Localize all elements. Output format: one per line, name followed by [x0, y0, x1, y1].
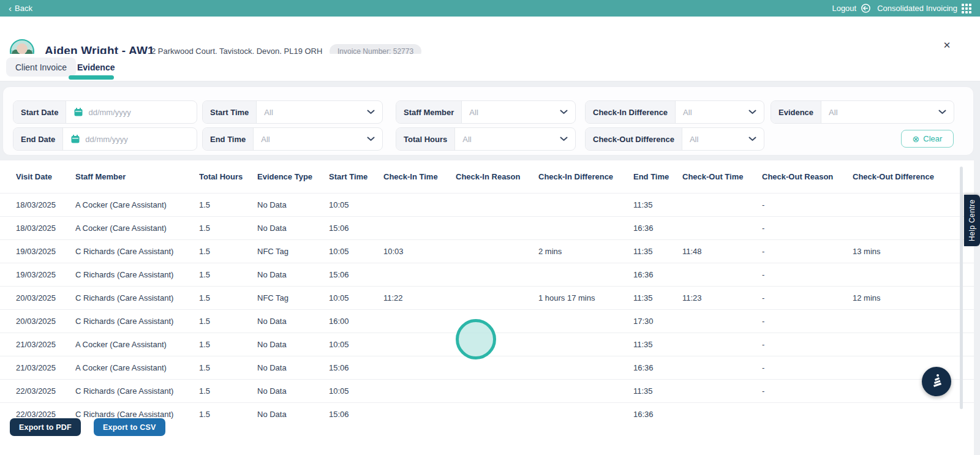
filter-end-date[interactable]: End Date — [13, 127, 197, 151]
table-cell: 1.5 — [199, 270, 257, 279]
back-chevron-icon: ‹ — [9, 4, 12, 13]
table-cell: - — [762, 293, 853, 303]
table-cell: 13 mins — [853, 247, 951, 256]
table-cell: No Data — [257, 340, 329, 349]
table-cell: C Richards (Care Assistant) — [75, 317, 199, 326]
table-cell: C Richards (Care Assistant) — [75, 270, 199, 279]
table-cell: 10:05 — [329, 247, 383, 256]
table-cell: 11:35 — [633, 247, 682, 256]
table-cell: A Cocker (Care Assistant) — [75, 363, 199, 372]
close-icon[interactable]: ✕ — [941, 40, 952, 51]
back-button[interactable]: ‹ Back — [9, 4, 32, 13]
chevron-down-icon — [367, 110, 375, 115]
column-header: Check-In Time — [383, 172, 456, 181]
table-cell: 16:36 — [633, 410, 682, 419]
chevron-down-icon — [748, 137, 756, 141]
column-header: Check-Out Reason — [762, 172, 853, 181]
table-cell: 11:35 — [633, 340, 682, 349]
table-cell: 11:35 — [633, 200, 682, 209]
filter-start-date[interactable]: Start Date — [13, 100, 197, 124]
help-widget-button[interactable] — [922, 367, 951, 396]
filter-end-date-label: End Date — [13, 128, 63, 150]
filter-start-time[interactable]: Start TimeAll — [202, 100, 383, 124]
table-cell: A Cocker (Care Assistant) — [75, 200, 199, 209]
table-cell: 1.5 — [199, 317, 257, 326]
column-header: Start Time — [329, 172, 383, 181]
tab-evidence[interactable]: Evidence — [76, 58, 116, 77]
table-cell: 12 mins — [853, 293, 951, 303]
calendar-icon — [70, 134, 80, 144]
chevron-down-icon — [748, 110, 756, 115]
active-tab-indicator — [69, 75, 114, 80]
column-header: Check-Out Difference — [853, 172, 951, 181]
filter-check-in-difference[interactable]: Check-In DifferenceAll — [585, 100, 764, 124]
chevron-down-icon — [938, 110, 946, 115]
filter-start-date-input[interactable] — [88, 108, 189, 117]
table-cell: C Richards (Care Assistant) — [75, 247, 199, 256]
table-cell: 21/03/2025 — [16, 340, 75, 349]
table-row: 18/03/2025A Cocker (Care Assistant)1.5No… — [0, 193, 974, 216]
table-cell: - — [762, 386, 853, 396]
table-cell: No Data — [257, 270, 329, 279]
tab-client-invoice[interactable]: Client Invoice — [6, 58, 76, 77]
table-cell: NFC Tag — [257, 247, 329, 256]
back-label: Back — [15, 4, 32, 13]
filter-staff-member[interactable]: Staff MemberAll — [396, 100, 576, 124]
filter-evidence-label: Evidence — [771, 101, 821, 123]
table-cell: - — [762, 200, 853, 209]
logout-button[interactable]: Logout — [832, 3, 871, 13]
column-header: Visit Date — [16, 172, 75, 181]
filter-end-date-input[interactable] — [85, 135, 189, 144]
column-header: Check-In Difference — [538, 172, 633, 181]
table-cell: No Data — [257, 200, 329, 209]
table-cell: 15:06 — [329, 270, 383, 279]
consolidated-invoicing-link[interactable]: Consolidated Invoicing — [877, 4, 971, 13]
filter-total-hours[interactable]: Total HoursAll — [396, 127, 576, 151]
clear-filters-button[interactable]: ⊗ Clear — [901, 130, 954, 148]
filter-staff-member-value: All — [469, 108, 555, 117]
chevron-down-icon — [560, 110, 568, 115]
column-header: Evidence Type — [257, 172, 329, 181]
filter-check-out-difference[interactable]: Check-Out DifferenceAll — [585, 127, 764, 151]
table-cell: 1 hours 17 mins — [538, 293, 633, 303]
table-row: 19/03/2025C Richards (Care Assistant)1.5… — [0, 263, 974, 286]
table-cell: - — [762, 340, 853, 349]
table-row: 20/03/2025C Richards (Care Assistant)1.5… — [0, 286, 974, 309]
table-cell: 18/03/2025 — [16, 224, 75, 233]
filter-total-hours-label: Total Hours — [396, 128, 455, 150]
export-pdf-button[interactable]: Export to PDF — [10, 418, 81, 436]
column-header: Staff Member — [75, 172, 199, 181]
table-cell: 15:06 — [329, 410, 383, 419]
table-cell: C Richards (Care Assistant) — [75, 293, 199, 303]
top-bar: ‹ Back Logout Consolidated Invoicing — [0, 0, 980, 17]
clear-label: Clear — [923, 134, 942, 143]
filter-end-time[interactable]: End TimeAll — [202, 127, 383, 151]
vertical-scrollbar[interactable] — [960, 167, 963, 409]
chevron-down-icon — [367, 137, 375, 141]
filter-check-out-difference-value: All — [690, 135, 744, 144]
table-cell: 20/03/2025 — [16, 293, 75, 303]
table-cell: 21/03/2025 — [16, 363, 75, 372]
table-cell: 17:30 — [633, 317, 682, 326]
evidence-table: Visit DateStaff MemberTotal HoursEvidenc… — [0, 160, 974, 455]
table-cell: 10:05 — [329, 340, 383, 349]
consolidated-invoicing-label: Consolidated Invoicing — [877, 4, 957, 13]
table-cell: 15:06 — [329, 363, 383, 372]
table-cell: 11:23 — [682, 293, 762, 303]
table-cell: C Richards (Care Assistant) — [75, 410, 199, 419]
column-header: Total Hours — [199, 172, 257, 181]
filter-end-time-label: End Time — [203, 128, 254, 150]
filter-start-date-label: Start Date — [13, 101, 66, 123]
filter-evidence[interactable]: EvidenceAll — [771, 100, 954, 124]
table-cell: 1.5 — [199, 386, 257, 396]
help-centre-tab[interactable]: Help Centre — [964, 195, 980, 246]
table-row: 20/03/2025C Richards (Care Assistant)1.5… — [0, 309, 974, 333]
table-row: 18/03/2025A Cocker (Care Assistant)1.5No… — [0, 216, 974, 239]
table-cell: - — [762, 317, 853, 326]
table-cell: 22/03/2025 — [16, 386, 75, 396]
export-csv-button[interactable]: Export to CSV — [94, 418, 165, 436]
apps-grid-icon[interactable] — [962, 4, 971, 13]
table-cell: 16:00 — [329, 317, 383, 326]
export-bar: Export to PDF Export to CSV — [10, 418, 165, 436]
table-row: 19/03/2025C Richards (Care Assistant)1.5… — [0, 239, 974, 263]
